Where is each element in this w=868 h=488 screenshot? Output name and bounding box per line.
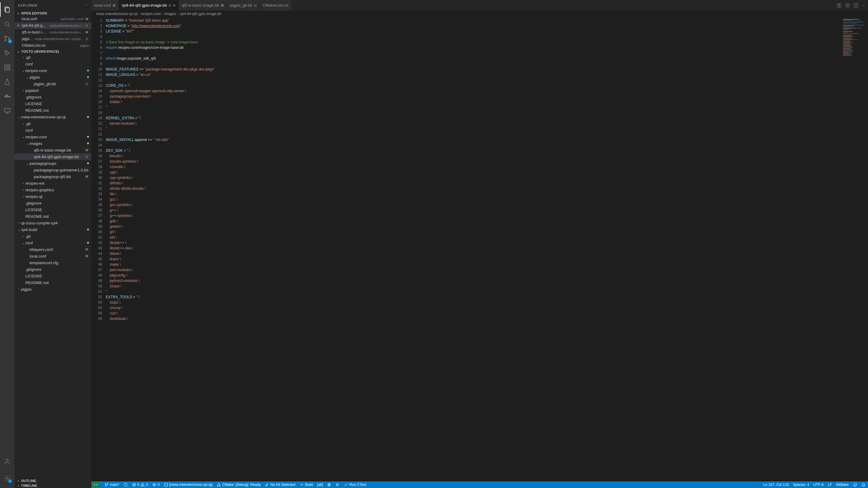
language-mode[interactable]: BitBake — [836, 483, 849, 487]
editor-tab[interactable]: pigpio_git.bbU — [227, 0, 260, 10]
tree-item[interactable]: ⌄pigpio — [14, 74, 91, 80]
breadcrumb-segment[interactable]: recipes-core — [141, 12, 161, 16]
extensions-icon[interactable] — [0, 60, 14, 75]
cmake-build[interactable]: Build — [300, 483, 313, 487]
cursor-position[interactable]: Ln 107, Col 110 — [764, 483, 789, 487]
tree-item[interactable]: .gitignore — [14, 94, 91, 100]
tree-item[interactable]: README.md — [14, 279, 91, 286]
open-editor-item[interactable]: pigpio_git.bbmeta-interelectronix-rpi • … — [14, 36, 91, 42]
run-icon[interactable] — [845, 3, 850, 8]
outline-header[interactable]: › OUTLINE — [14, 478, 91, 483]
feedback-icon[interactable] — [853, 483, 857, 487]
breadcrumb-segment[interactable]: meta-interelectronix-rpi-qt — [96, 12, 137, 16]
tree-item[interactable]: qt5-ix-basic-image.bbM — [14, 147, 91, 153]
tree-item[interactable]: pigpio_git.bbU — [14, 80, 91, 87]
ports[interactable]: 0 — [152, 483, 160, 487]
tree-item[interactable]: ⌄conf — [14, 239, 91, 246]
editor[interactable]: 1234567891011121314151617181920212223242… — [91, 17, 868, 481]
cmake-status[interactable]: CMake: [Debug]: Ready — [217, 483, 261, 487]
svg-point-2 — [5, 22, 9, 26]
open-editor-item[interactable]: qt5-ix-basic-image.bbmeta-interelectroni… — [14, 29, 91, 36]
scm-icon[interactable]: 6 — [0, 31, 14, 46]
minimap[interactable] — [841, 17, 868, 481]
git-dot — [87, 242, 89, 244]
close-icon[interactable]: × — [16, 24, 21, 28]
more-icon[interactable]: ⋯ — [862, 3, 866, 7]
tree-item[interactable]: ›recipes-qt — [14, 193, 91, 200]
timeline-header[interactable]: › TIMELINE — [14, 483, 91, 488]
editor-tab[interactable]: CMakeLists.txt — [260, 0, 292, 10]
tree-item[interactable]: ⌄packagegroups — [14, 160, 91, 167]
tree-item[interactable]: .gitignore — [14, 266, 91, 272]
breadcrumb-segment[interactable]: rpi4-64-qt5-gpio-image.bb — [180, 12, 221, 16]
close-icon[interactable]: × — [173, 3, 176, 8]
editor-tab[interactable]: rpi4-64-qt5-gpio-image.bbU× — [119, 0, 179, 10]
run-ctest[interactable]: Run CTest — [344, 483, 366, 487]
svg-rect-12 — [8, 68, 10, 70]
tree-item[interactable]: ›.git — [14, 54, 91, 61]
tree-item[interactable]: ⌄recipes-core — [14, 133, 91, 140]
cmake-kit[interactable]: No Kit Selected — [265, 483, 296, 487]
cmake-target[interactable]: [all] — [317, 483, 323, 487]
testing-icon[interactable] — [0, 75, 14, 89]
editor-tab[interactable]: qt5-ix-basic-image.bbM — [179, 0, 227, 10]
split-icon[interactable] — [854, 3, 858, 8]
open-editor-item[interactable]: local.confrpi4-build • confM — [14, 16, 91, 22]
notifications-icon[interactable] — [861, 483, 866, 487]
compare-icon[interactable] — [837, 3, 841, 8]
explorer-icon[interactable] — [0, 2, 14, 17]
tree-item[interactable]: ›qt-cross-compile-rpi4 — [14, 220, 91, 226]
workspace-header[interactable]: ⌄ YOCTO (WORKSPACE) — [14, 49, 91, 54]
run-launch[interactable] — [336, 483, 340, 487]
tree-item[interactable]: ⌄rpi4-build — [14, 226, 91, 233]
tree-item[interactable]: LICENSE — [14, 206, 91, 213]
git-branch[interactable]: main* — [104, 483, 119, 487]
account-icon[interactable] — [0, 454, 14, 469]
tree-item[interactable]: ⌄meta-interelectronix-rpi-qt — [14, 113, 91, 120]
code-content[interactable]: SUMMARY = "Autostart Qt5 demo app"HOMEPA… — [106, 17, 841, 481]
remote-explorer-icon[interactable] — [0, 104, 14, 118]
explorer-more-icon[interactable]: ⋯ — [84, 3, 88, 7]
encoding[interactable]: UTF-8 — [813, 483, 824, 487]
tree-item[interactable]: .gitignore — [14, 200, 91, 206]
git-sync[interactable] — [124, 483, 128, 487]
tree-item[interactable]: ⌄recipes-core — [14, 67, 91, 74]
tree-item[interactable]: LICENSE — [14, 100, 91, 107]
tree-item[interactable]: LICENSE — [14, 272, 91, 279]
tree-item[interactable]: ›recipes-graphics — [14, 187, 91, 193]
tree-item[interactable]: ›.git — [14, 233, 91, 239]
problems[interactable]: 0 0 — [132, 483, 148, 487]
tree-item[interactable]: ›pigpio — [14, 286, 91, 293]
tree-item[interactable]: ⌄images — [14, 140, 91, 147]
breadcrumb-segment[interactable]: images — [164, 12, 176, 16]
tree-item[interactable]: packagegroup-gstreamer1.0.bb — [14, 167, 91, 173]
tree-item[interactable]: bblayers.confM — [14, 246, 91, 253]
eol[interactable]: LF — [828, 483, 832, 487]
tree-item[interactable]: ›.git — [14, 120, 91, 127]
tree-item[interactable]: packagegroup-qt5.bbM — [14, 173, 91, 180]
line-gutter: 1234567891011121314151617181920212223242… — [91, 17, 106, 481]
tree-item[interactable]: README.md — [14, 213, 91, 220]
open-editor-item[interactable]: ×rpi4-64-qt5-gpio-image.bbmeta-interelec… — [14, 22, 91, 29]
indentation[interactable]: Spaces: 4 — [793, 483, 809, 487]
open-editors-header[interactable]: ⌄ OPEN EDITORS — [14, 10, 91, 16]
open-editor-item[interactable]: CMakeLists.txtpigpio — [14, 42, 91, 49]
tree-item[interactable]: README.md — [14, 107, 91, 113]
tree-item[interactable]: rpi4-64-qt5-gpio-image.bbU — [14, 153, 91, 160]
tree-item[interactable]: templateconf.cfg — [14, 259, 91, 266]
tree-item[interactable]: ›recipes-ext — [14, 180, 91, 187]
cmake-context[interactable]: [meta-interelectronix-rpi-qt] — [164, 483, 213, 487]
tree-item[interactable]: ›psplash — [14, 87, 91, 94]
remote-indicator[interactable] — [91, 481, 100, 488]
chevron-icon: › — [21, 182, 25, 185]
debug-launch[interactable] — [327, 483, 331, 487]
docker-icon[interactable] — [0, 89, 14, 104]
tree-item[interactable]: conf — [14, 61, 91, 67]
search-icon[interactable] — [0, 17, 14, 31]
settings-icon[interactable]: 1 — [0, 471, 14, 486]
debug-icon[interactable] — [0, 46, 14, 60]
tree-item[interactable]: conf — [14, 127, 91, 133]
breadcrumb[interactable]: meta-interelectronix-rpi-qt›recipes-core… — [91, 10, 868, 17]
editor-tab[interactable]: local.confM — [91, 0, 119, 10]
tree-item[interactable]: local.confM — [14, 253, 91, 259]
